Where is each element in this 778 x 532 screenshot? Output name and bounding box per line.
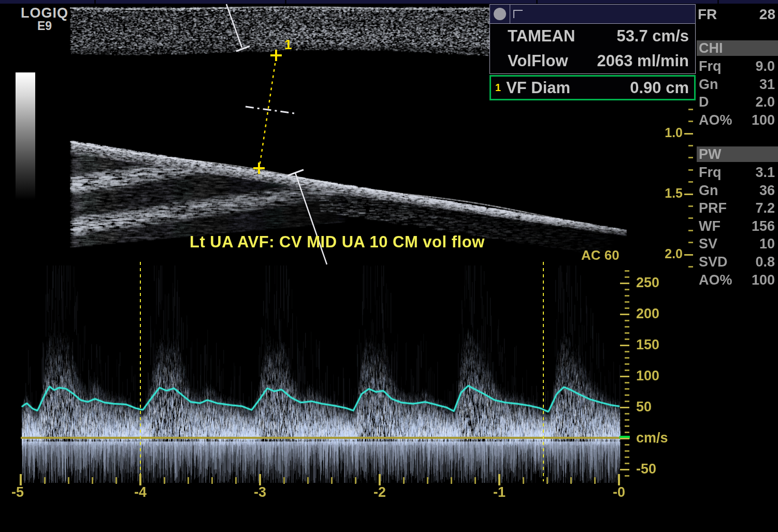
param-label: SV	[699, 235, 717, 253]
velocity-tick	[625, 338, 629, 340]
velocity-tick	[625, 456, 629, 458]
pw-section-header: PW	[697, 146, 778, 162]
velocity-tick	[620, 407, 629, 408]
depth-tick	[684, 194, 693, 195]
depth-tick	[684, 133, 693, 135]
strip-divider	[94, 0, 96, 4]
velocity-tick	[620, 469, 629, 470]
sidebar-section-chi: CHI Frq 9.0 Gn 31 D 2.0 AO%	[697, 40, 778, 129]
time-tick	[68, 477, 69, 484]
velocity-tick	[620, 314, 629, 315]
velocity-tick	[620, 345, 629, 346]
velocity-tick	[625, 450, 629, 452]
depth-tick	[688, 181, 693, 183]
measurement-row-volflow[interactable]: VolFlow 2063 ml/min	[490, 49, 695, 73]
velocity-tick	[625, 295, 629, 297]
measurement-value: 0.90 cm	[630, 79, 689, 97]
measurement-row-vfdiam-active[interactable]: 1 VF Diam 0.90 cm	[489, 75, 696, 100]
param-value: 7.2	[755, 199, 775, 217]
param-value: 10	[759, 235, 775, 253]
velocity-tick	[625, 382, 629, 383]
velocity-tick	[625, 475, 629, 477]
measurement-box-header	[489, 4, 696, 24]
depth-tick	[688, 169, 693, 171]
time-label: -3	[244, 484, 276, 500]
param-value: 0.8	[755, 253, 775, 271]
time-tick	[594, 477, 596, 484]
strip-divider	[285, 0, 286, 4]
velocity-tick	[625, 351, 629, 352]
param-label: Frq	[699, 57, 722, 76]
velocity-tick	[625, 388, 629, 390]
measurement-label: VolFlow	[508, 52, 568, 70]
velocity-tick	[625, 432, 629, 433]
param-label: AO%	[699, 111, 732, 129]
param-value: 31	[759, 76, 775, 94]
time-tick	[259, 474, 261, 485]
device-logo: LOGIQ E9	[18, 6, 71, 32]
measurement-value: 53.7 cm/s	[616, 27, 689, 46]
cursor-glyph-icon	[513, 10, 523, 18]
device-model: E9	[18, 20, 71, 32]
time-tick	[451, 477, 452, 484]
sidebar-param-row: Gn 36	[697, 182, 778, 200]
spectral-doppler-display[interactable]	[20, 261, 621, 483]
sidebar-param-row: PRF 7.2	[697, 199, 778, 217]
velocity-tick	[625, 370, 629, 371]
sidebar-param-row: Gn 31	[697, 76, 778, 94]
time-label: -4	[125, 484, 156, 500]
measurement-box-body: TAMEAN 53.7 cm/s VolFlow 2063 ml/min	[489, 24, 696, 74]
sidebar-param-row: D 2.0	[697, 93, 778, 111]
measurement-label: VF Diam	[506, 79, 570, 97]
time-tick	[379, 474, 381, 485]
velocity-label: 50	[636, 399, 652, 415]
velocity-tick	[625, 463, 629, 464]
velocity-tick	[625, 425, 629, 427]
param-value: 9.0	[755, 57, 775, 76]
time-tick	[618, 474, 620, 485]
param-value: 3.1	[755, 164, 775, 182]
device-brand: LOGIQ	[18, 6, 71, 20]
spectral-baseline[interactable]	[21, 437, 621, 439]
time-tick	[235, 477, 237, 484]
time-tick	[20, 474, 22, 485]
param-value: 100	[752, 111, 775, 129]
param-label: Gn	[699, 76, 718, 94]
velocity-tick	[625, 363, 629, 365]
depth-tick	[688, 145, 693, 146]
sidebar-param-row: SV 10	[697, 235, 778, 253]
depth-tick	[688, 121, 693, 122]
velocity-tick	[625, 401, 629, 402]
param-label: PRF	[699, 199, 727, 217]
measurement-row-tamean[interactable]: TAMEAN 53.7 cm/s	[490, 24, 695, 49]
time-tick	[546, 477, 548, 484]
grayscale-bar	[16, 72, 35, 200]
depth-tick	[684, 254, 693, 256]
image-annotation-text: Lt UA AVF: CV MID UA 10 CM vol flow	[190, 233, 485, 252]
sidebar-param-row: AO% 100	[697, 271, 778, 289]
velocity-label: 250	[636, 275, 659, 291]
time-tick	[331, 477, 333, 484]
velocity-label: 200	[636, 306, 659, 322]
ultrasound-screen: LOGIQ E9 1 Lt UA AVF: CV MID UA 10 CM vo…	[0, 0, 778, 532]
velocity-tick	[625, 357, 629, 359]
depth-tick	[688, 217, 693, 219]
velocity-tick	[625, 413, 629, 415]
time-tick	[498, 474, 500, 485]
strip-divider	[717, 0, 719, 4]
velocity-tick	[625, 326, 629, 328]
velocity-label: -50	[636, 461, 656, 477]
sidebar-param-row: Frq 9.0	[697, 57, 778, 76]
velocity-label: cm/s	[636, 430, 668, 446]
strip-divider	[536, 0, 538, 4]
pw-params: Frq 3.1 Gn 36 PRF 7.2 WF 156	[697, 164, 778, 289]
velocity-tick	[625, 320, 629, 321]
chi-params: Frq 9.0 Gn 31 D 2.0 AO% 100	[697, 57, 778, 129]
time-tick	[403, 477, 405, 484]
velocity-tick	[625, 307, 629, 309]
depth-label: 2.0	[665, 246, 683, 261]
time-tick	[139, 474, 141, 485]
velocity-tick	[620, 283, 629, 284]
measurement-result-box: TAMEAN 53.7 cm/s VolFlow 2063 ml/min 1 V…	[489, 4, 696, 100]
time-tick	[307, 477, 309, 484]
